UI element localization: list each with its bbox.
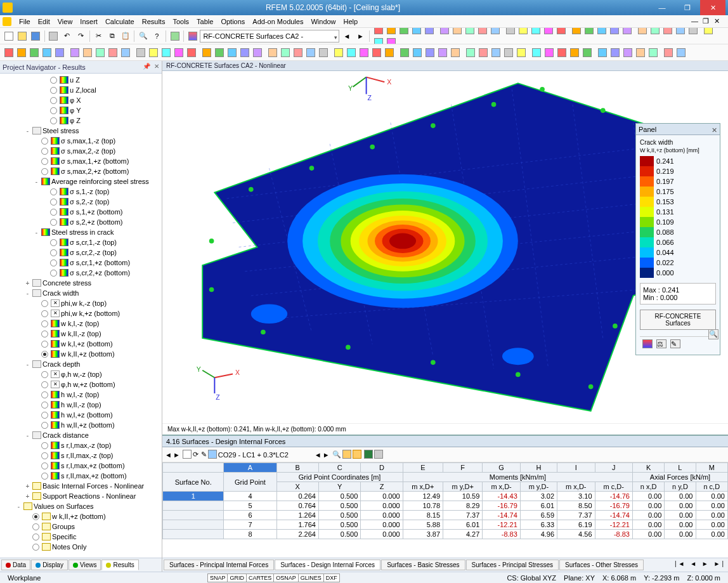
grid-cell[interactable]: 0.00	[665, 501, 696, 511]
toolbar2-icon-33[interactable]	[436, 46, 449, 59]
grid-col-K[interactable]: K	[632, 463, 664, 473]
tree-radio-43[interactable]	[32, 513, 39, 520]
toolbar2-icon-51[interactable]	[675, 46, 687, 59]
grid-cell[interactable]: 0.00	[696, 492, 728, 501]
menu-options[interactable]: Options	[217, 16, 249, 27]
toolbar1-icon-8[interactable]	[476, 28, 489, 36]
tree-radio-2[interactable]	[50, 97, 57, 104]
toolbar1-icon-25[interactable]	[702, 28, 715, 36]
results-refresh-icon[interactable]: ⟳	[193, 450, 198, 459]
tree-item-17[interactable]: σ s,cr,2,-z (top)	[1, 247, 162, 258]
toolbar2-icon-18[interactable]	[238, 46, 251, 59]
legend-header[interactable]: Panel ✕	[636, 124, 720, 135]
grid-col-G[interactable]: G	[483, 463, 520, 473]
grid-subcol[interactable]: n y,D	[665, 482, 696, 492]
tree-item-10[interactable]: - Average reinforcing steel stress	[1, 176, 162, 187]
grid-cell[interactable]: 0.000	[361, 511, 403, 520]
toolbar2-icon-21[interactable]	[279, 46, 292, 59]
tree-radio-33[interactable]	[41, 412, 48, 419]
toolbar2-icon-24[interactable]	[317, 46, 330, 59]
find-icon[interactable]: 🔍	[137, 30, 149, 43]
toolbar1-icon-6[interactable]	[451, 28, 464, 36]
grid-cell[interactable]: 0.00	[632, 492, 664, 501]
grid-cell[interactable]: 0.000	[361, 520, 403, 530]
grid-row-surface[interactable]	[163, 511, 224, 520]
open-file-icon[interactable]	[16, 30, 28, 43]
help-icon[interactable]: ?	[151, 30, 163, 43]
grid-hdr-axial[interactable]: Axial Forces [kN/m]	[632, 473, 727, 482]
grid-cell[interactable]: 0.500	[318, 520, 360, 530]
toolbar2-icon-11[interactable]	[147, 46, 160, 59]
tree-item-35[interactable]: - Crack distance	[1, 430, 162, 440]
grid-cell[interactable]: 1.764	[276, 520, 318, 530]
grid-col-C[interactable]: C	[318, 463, 360, 473]
grid-row-surface[interactable]	[163, 520, 224, 530]
toolbar1-icon-9[interactable]	[489, 28, 502, 36]
menu-results[interactable]: Results	[138, 16, 169, 27]
toolbar2-icon-31[interactable]	[411, 46, 424, 59]
grid-subcol[interactable]: m x,D-	[483, 482, 520, 492]
menu-insert[interactable]: Insert	[76, 16, 101, 27]
results-grid[interactable]: ABCDEFGHIJKLM Surface No. Grid Point Gri…	[162, 462, 728, 558]
tree-radio-22[interactable]	[41, 300, 48, 307]
grid-cell[interactable]: 0.00	[665, 492, 696, 501]
legend-module-button[interactable]: RF-CONCRETE Surfaces	[640, 310, 716, 330]
grid-col-F[interactable]: F	[443, 463, 483, 473]
tree-radio-1[interactable]	[50, 87, 57, 94]
grid-cell[interactable]: 0.000	[361, 501, 403, 511]
grid-cell[interactable]: 0.000	[361, 530, 403, 539]
paste-icon[interactable]: 📋	[119, 30, 131, 43]
grid-subcol[interactable]: m c,D-	[595, 482, 632, 492]
tree-item-15[interactable]: - Steel stress in crack	[1, 227, 162, 237]
results-lc-prev-icon[interactable]: ◄	[315, 451, 322, 459]
tree-radio-30[interactable]	[41, 381, 48, 388]
tree-expander-42[interactable]: -	[15, 503, 22, 510]
module-icon[interactable]	[186, 30, 198, 43]
toolbar2-icon-35[interactable]	[464, 46, 477, 59]
tree-item-42[interactable]: - Values on Surfaces	[1, 501, 162, 511]
legend-close-icon[interactable]: ✕	[712, 124, 717, 136]
grid-col-L[interactable]: L	[665, 463, 696, 473]
results-tab-2[interactable]: Surfaces - Basic Stresses	[381, 560, 465, 570]
toolbar2-icon-17[interactable]	[226, 46, 238, 59]
tree-item-24[interactable]: w k,I,-z (top)	[1, 318, 162, 329]
menu-view[interactable]: View	[54, 16, 77, 27]
tree-radio-18[interactable]	[50, 259, 57, 266]
grid-cell[interactable]: 10.59	[443, 492, 483, 501]
results-find-icon[interactable]: 🔍	[332, 450, 341, 459]
loadcase-combo[interactable]: RF-CONCRETE Surfaces CA2 - Nonlinear	[200, 30, 339, 43]
tree-radio-16[interactable]	[50, 239, 57, 246]
grid-cell[interactable]: 6.01	[520, 501, 557, 511]
toolbar2-icon-0[interactable]	[3, 46, 15, 59]
tree-item-16[interactable]: σ s,cr,1,-z (top)	[1, 237, 162, 247]
prev-case-icon[interactable]: ◄	[341, 30, 353, 43]
grid-cell[interactable]: 4	[224, 492, 276, 501]
toolbar1-icon-7[interactable]	[464, 28, 476, 36]
menu-table[interactable]: Table	[193, 16, 217, 27]
tree-item-25[interactable]: w k,II,-z (top)	[1, 329, 162, 339]
calc-icon[interactable]	[169, 30, 181, 43]
toolbar1-icon-20[interactable]	[636, 28, 649, 36]
undo-icon[interactable]: ↶	[61, 30, 73, 43]
tree-item-34[interactable]: h w,II,+z (bottom)	[1, 420, 162, 430]
grid-cell[interactable]: 7.37	[443, 511, 483, 520]
grid-col-B[interactable]: B	[276, 463, 318, 473]
results-tab-3[interactable]: Surfaces - Principal Stresses	[466, 560, 559, 570]
tree-expander-15[interactable]: -	[33, 229, 40, 236]
toolbar1-icon-1[interactable]	[385, 28, 398, 36]
tree-item-39[interactable]: s r,II,max,+z (bottom)	[1, 471, 162, 481]
snap-dxf[interactable]: DXF	[323, 573, 340, 582]
tree-radio-29[interactable]	[41, 371, 48, 378]
tree-item-5[interactable]: - Steel stress	[1, 126, 162, 136]
grid-col-A[interactable]: A	[224, 463, 276, 473]
tree-radio-26[interactable]	[41, 341, 48, 348]
grid-cell[interactable]: 6.01	[443, 520, 483, 530]
tree-item-23[interactable]: ✕ phi,w k,+z (bottom)	[1, 308, 162, 318]
grid-subcol[interactable]: n x,D	[632, 482, 664, 492]
toolbar2-icon-27[interactable]	[358, 46, 370, 59]
tree-radio-46[interactable]	[32, 544, 39, 551]
nav-tab-data[interactable]: Data	[1, 560, 30, 570]
grid-cell[interactable]: 8.15	[403, 511, 443, 520]
snap-glines[interactable]: GLINES	[298, 573, 324, 582]
toolbar2-icon-1[interactable]	[15, 46, 28, 59]
